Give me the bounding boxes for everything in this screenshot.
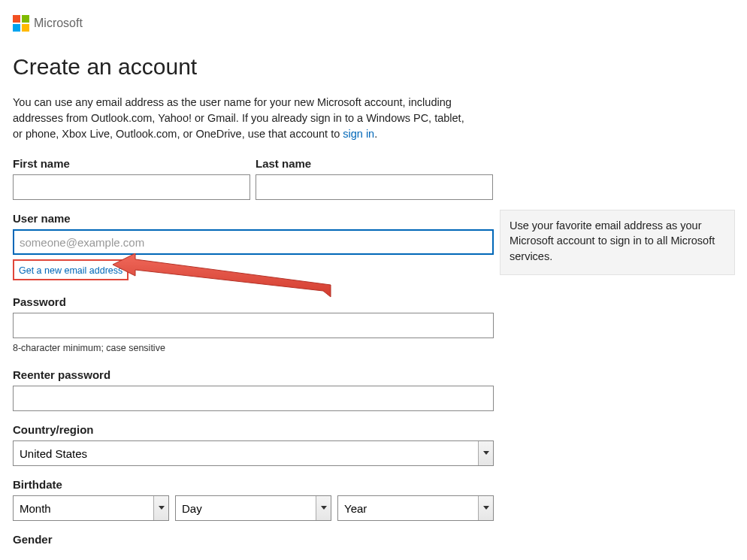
birthdate-day-select[interactable]: Day [175,495,331,521]
svg-rect-2 [13,24,20,32]
intro-text: You can use any email address as the use… [13,95,467,142]
first-name-label: First name [13,157,250,170]
gender-label: Gender [13,533,494,546]
brand-name: Microsoft [34,17,83,30]
reenter-password-input[interactable] [13,386,494,411]
country-select[interactable]: United States [13,440,494,466]
last-name-label: Last name [256,157,493,170]
user-name-label: User name [13,212,494,225]
username-tooltip: Use your favorite email address as your … [500,210,735,275]
last-name-input[interactable] [256,174,493,200]
annotation-highlight: Get a new email address [13,259,129,280]
signin-link[interactable]: sign in [343,128,374,140]
birthdate-label: Birthdate [13,478,494,491]
reenter-password-label: Reenter password [13,368,494,381]
password-input[interactable] [13,313,494,338]
get-new-email-link[interactable]: Get a new email address [19,265,122,276]
password-label: Password [13,295,494,308]
page-title: Create an account [13,54,747,80]
intro-text-a: You can use any email address as the use… [13,96,464,140]
svg-rect-3 [22,24,29,32]
country-label: Country/region [13,423,494,436]
first-name-input[interactable] [13,174,250,200]
svg-rect-0 [13,15,20,23]
microsoft-logo-icon [13,15,29,32]
intro-text-b: . [374,128,377,140]
signup-form: First name Last name User name Get a new… [13,157,494,550]
birthdate-month-select[interactable]: Month [13,495,169,521]
birthdate-year-select[interactable]: Year [337,495,494,521]
user-name-input[interactable] [13,229,494,255]
svg-rect-1 [22,15,29,23]
header: Microsoft [13,15,747,32]
password-hint: 8-character minimum; case sensitive [13,343,494,353]
